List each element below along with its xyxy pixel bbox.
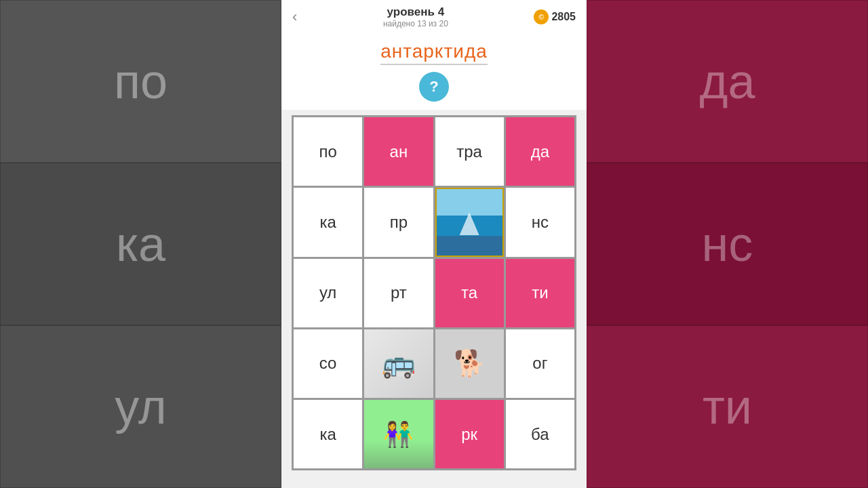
grid-cell-2-1[interactable]: рт xyxy=(364,259,433,327)
word-section: антарктида ? xyxy=(281,34,587,110)
left-panel: по ка ул xyxy=(0,0,281,488)
grid-cell-0-3[interactable]: да xyxy=(506,117,574,186)
hint-button[interactable]: ? xyxy=(419,72,449,102)
grid-cell-1-1[interactable]: пр xyxy=(364,188,433,256)
grid-cell-3-3[interactable]: ог xyxy=(506,329,574,398)
grid-cell-0-2[interactable]: тра xyxy=(435,117,504,186)
grid-cell-0-0[interactable]: по xyxy=(294,117,362,186)
grid-cell-3-1[interactable] xyxy=(364,329,433,398)
grid-cell-4-1[interactable] xyxy=(364,400,433,468)
grid-cell-1-3[interactable]: нс xyxy=(506,188,574,256)
grid-cell-1-0[interactable]: ка xyxy=(294,188,362,256)
coin-count: 2805 xyxy=(551,11,576,23)
game-grid: поантрадакапрнсулрттатисоогкаркба xyxy=(292,115,576,470)
left-cell-1: по xyxy=(0,0,281,163)
right-cell-1: да xyxy=(587,0,868,163)
grid-cell-2-0[interactable]: ул xyxy=(294,259,362,327)
back-button[interactable]: ‹ xyxy=(292,8,297,26)
grid-cell-4-2[interactable]: рк xyxy=(435,400,504,468)
right-panel: да нс ти xyxy=(587,0,868,488)
right-cell-2: нс xyxy=(587,163,868,325)
header: ‹ уровень 4 найдено 13 из 20 © 2805 xyxy=(281,0,587,34)
grid-cell-4-3[interactable]: ба xyxy=(506,400,574,468)
grid-cell-0-1[interactable]: ан xyxy=(364,117,433,186)
grid-cell-1-2[interactable] xyxy=(435,188,504,256)
left-cell-3: ул xyxy=(0,325,281,488)
level-title: уровень 4 xyxy=(383,5,448,19)
left-cell-2: ка xyxy=(0,163,281,325)
grid-cell-3-2[interactable] xyxy=(435,329,504,398)
level-sub: найдено 13 из 20 xyxy=(383,19,448,28)
grid-cell-4-0[interactable]: ка xyxy=(294,400,362,468)
right-cell-3: ти xyxy=(587,325,868,488)
word-display: антарктида xyxy=(380,41,488,65)
coins-display: © 2805 xyxy=(534,9,576,24)
coin-icon: © xyxy=(534,9,549,24)
grid-cell-3-0[interactable]: со xyxy=(294,329,362,398)
grid-cell-2-3[interactable]: ти xyxy=(506,259,574,327)
center-panel: ‹ уровень 4 найдено 13 из 20 © 2805 анта… xyxy=(281,0,587,488)
level-info: уровень 4 найдено 13 из 20 xyxy=(383,5,448,28)
grid-cell-2-2[interactable]: та xyxy=(435,259,504,327)
